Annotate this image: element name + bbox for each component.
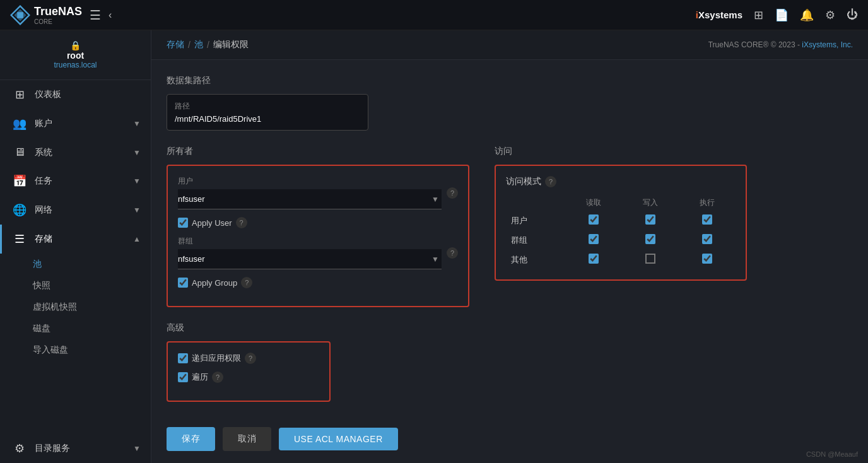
chevron-down-icon-sys: ▼: [133, 148, 141, 157]
access-group-write: [622, 230, 679, 250]
menu-icon[interactable]: ☰: [90, 8, 101, 23]
logo: TrueNAS CORE: [10, 5, 82, 25]
breadcrumb-pool[interactable]: 池: [194, 39, 203, 50]
apps-icon[interactable]: ⊞: [754, 8, 763, 22]
access-row-other: 其他: [506, 250, 736, 269]
sidebar-item-tasks[interactable]: 📅 任务 ▼: [0, 167, 151, 196]
traverse-row: 遍历 ?: [178, 372, 319, 383]
sidebar-label-dashboard: 仪表板: [35, 89, 141, 100]
sidebar: 🔒 root truenas.local ⊞ 仪表板 👥 账户 ▼ 🖥 系统 ▼…: [0, 30, 151, 463]
sidebar-item-directory[interactable]: ⚙ 目录服务 ▼: [0, 434, 151, 463]
advanced-section: 高级 递归应用权限 ? 遍历 ?: [167, 322, 853, 402]
chevron-up-icon-storage: ▲: [133, 235, 141, 243]
path-label: 路径: [175, 101, 360, 112]
apply-group-label: Apply Group: [192, 278, 237, 288]
back-icon[interactable]: ‹: [108, 9, 112, 21]
breadcrumb-sep2: /: [207, 40, 209, 50]
save-button[interactable]: 保存: [167, 427, 215, 451]
group-field-label: 群组: [178, 236, 442, 247]
col-header-entity: [506, 195, 565, 211]
apply-group-help-icon[interactable]: ?: [241, 277, 252, 288]
sidebar-sub-disk[interactable]: 磁盘: [33, 318, 151, 339]
navbar: TrueNAS CORE ☰ ‹ iXsystems ⊞ 📄 🔔 ⚙ ⏻: [0, 0, 868, 30]
power-icon[interactable]: ⏻: [847, 8, 858, 21]
storage-icon: ☰: [12, 232, 27, 246]
access-mode-label: 访问模式 ?: [506, 176, 736, 187]
group-select-container: nfsuser root wheel ▼: [178, 249, 442, 269]
breadcrumb-storage[interactable]: 存储: [167, 39, 184, 50]
network-icon: 🌐: [12, 203, 27, 217]
sidebar-item-storage[interactable]: ☰ 存储 ▲: [0, 225, 151, 254]
watermark: CSDN @Meaauf: [806, 450, 858, 458]
breadcrumb-sep1: /: [188, 40, 191, 50]
group-help-icon[interactable]: ?: [447, 247, 458, 259]
sidebar-sub-pool[interactable]: 池: [33, 254, 151, 275]
access-group-execute: [679, 230, 736, 250]
chevron-down-icon-tasks: ▼: [133, 177, 141, 185]
chevron-down-icon: ▼: [133, 119, 141, 128]
owner-box: 用户 nfsuser root nobody ▼: [167, 165, 469, 307]
apply-group-checkbox[interactable]: [178, 278, 188, 288]
group-select[interactable]: nfsuser root wheel: [178, 249, 442, 269]
access-user-read: [565, 211, 622, 230]
recursive-row: 递归应用权限 ?: [178, 353, 319, 364]
cancel-button[interactable]: 取消: [223, 427, 271, 451]
sidebar-sub-vm-snapshot[interactable]: 虚拟机快照: [33, 296, 151, 318]
user-section: 🔒 root truenas.local: [0, 30, 151, 80]
user-help-icon[interactable]: ?: [447, 187, 458, 199]
alerts-icon[interactable]: 🔔: [800, 8, 814, 22]
svg-marker-2: [17, 12, 23, 18]
apply-group-row: Apply Group ?: [178, 277, 458, 288]
access-group-read: [565, 230, 622, 250]
access-row-other-label: 其他: [506, 250, 565, 269]
accounts-icon: 👥: [12, 117, 27, 131]
settings-icon[interactable]: ⚙: [825, 8, 835, 22]
sidebar-item-accounts[interactable]: 👥 账户 ▼: [0, 109, 151, 138]
copyright: TrueNAS CORE® © 2023 - iXsystems, Inc.: [708, 40, 853, 49]
sidebar-sub-import-disk[interactable]: 导入磁盘: [33, 339, 151, 361]
docs-icon[interactable]: 📄: [775, 8, 789, 22]
group-read-checkbox[interactable]: [589, 234, 599, 244]
sidebar-label-directory: 目录服务: [35, 443, 126, 454]
user-select-wrap: 用户 nfsuser root nobody ▼: [178, 176, 442, 209]
access-other-write: [622, 250, 679, 269]
navbar-right: iXsystems ⊞ 📄 🔔 ⚙ ⏻: [696, 8, 858, 22]
apply-user-checkbox[interactable]: [178, 218, 188, 228]
ixsystems-logo: iXsystems: [696, 9, 742, 20]
username: root: [10, 50, 141, 61]
apply-user-help-icon[interactable]: ?: [236, 217, 247, 228]
user-write-checkbox[interactable]: [645, 214, 655, 225]
sidebar-label-tasks: 任务: [35, 175, 126, 187]
dataset-path-section: 数据集路径 路径 /mnt/RAID5/raid5Drive1: [167, 75, 853, 131]
access-row-group-label: 群组: [506, 230, 565, 250]
logo-icon: [10, 5, 30, 25]
traverse-checkbox[interactable]: [178, 372, 188, 382]
sidebar-sub-snapshot[interactable]: 快照: [33, 275, 151, 296]
recursive-help-icon[interactable]: ?: [245, 353, 256, 364]
access-row-group: 群组: [506, 230, 736, 250]
breadcrumb: 存储 / 池 / 编辑权限 TrueNAS CORE® © 2023 - iXs…: [151, 30, 868, 60]
chevron-down-icon-net: ▼: [133, 206, 141, 214]
group-write-checkbox[interactable]: [645, 234, 655, 244]
sidebar-item-dashboard[interactable]: ⊞ 仪表板: [0, 80, 151, 109]
directory-icon: ⚙: [12, 442, 27, 455]
traverse-help-icon[interactable]: ?: [212, 372, 223, 383]
dashboard-icon: ⊞: [12, 88, 27, 102]
path-text: /mnt/RAID5/raid5Drive1: [175, 114, 360, 124]
other-write-checkbox[interactable]: [645, 254, 655, 264]
group-execute-checkbox[interactable]: [702, 234, 712, 244]
user-select[interactable]: nfsuser root nobody: [178, 189, 442, 209]
user-execute-checkbox[interactable]: [702, 214, 712, 225]
access-mode-help-icon[interactable]: ?: [545, 176, 556, 187]
two-col-section: 所有者 用户 nfsuser root nobody: [167, 146, 853, 307]
sidebar-item-network[interactable]: 🌐 网络 ▼: [0, 196, 151, 225]
recursive-checkbox[interactable]: [178, 353, 188, 363]
acl-manager-button[interactable]: USE ACL MANAGER: [279, 428, 398, 450]
other-read-checkbox[interactable]: [589, 254, 599, 264]
other-execute-checkbox[interactable]: [702, 254, 712, 264]
ixsystems-link[interactable]: iXsystems, Inc.: [802, 40, 853, 49]
user-host: truenas.local: [10, 61, 141, 69]
sidebar-item-system[interactable]: 🖥 系统 ▼: [0, 138, 151, 167]
user-read-checkbox[interactable]: [589, 214, 599, 225]
sidebar-label-network: 网络: [35, 204, 126, 216]
